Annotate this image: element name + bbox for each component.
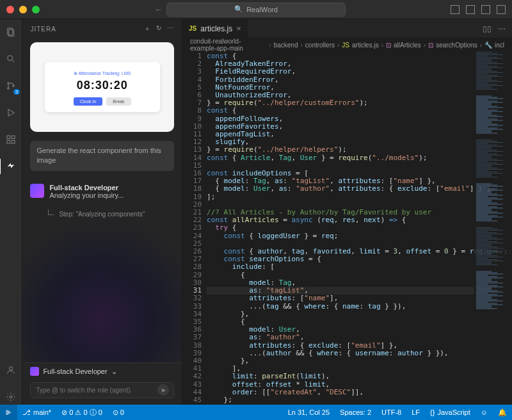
- window-controls: [6, 6, 40, 13]
- source-control-icon[interactable]: 3: [3, 78, 19, 93]
- layout-custom-icon[interactable]: [497, 5, 506, 14]
- new-chat-icon[interactable]: ＋: [144, 24, 151, 33]
- search-icon: 🔍: [234, 5, 243, 13]
- sidebar-header: JITERA ＋ ↻ ⋯: [22, 19, 182, 38]
- chat-input[interactable]: [30, 382, 174, 398]
- chevron-down-icon: ⌄: [111, 368, 117, 376]
- code-editor[interactable]: 1234567891011121314151617181920212223242…: [182, 51, 512, 405]
- svg-rect-9: [12, 136, 15, 139]
- close-tab-icon[interactable]: ×: [236, 24, 241, 33]
- preview-time: 08:30:20: [51, 79, 154, 92]
- line-gutter: 1234567891011121314151617181920212223242…: [182, 51, 207, 405]
- svg-point-6: [13, 85, 15, 87]
- remote-indicator[interactable]: ⫸: [0, 405, 17, 420]
- more-icon[interactable]: ⋯: [167, 24, 174, 33]
- svg-point-13: [10, 396, 12, 398]
- layout-controls: [451, 5, 506, 14]
- svg-marker-7: [8, 109, 14, 117]
- settings-gear-icon[interactable]: [3, 389, 19, 405]
- split-editor-icon[interactable]: ▯▯: [483, 24, 492, 33]
- svg-point-2: [8, 56, 13, 61]
- nav-back-icon[interactable]: ←: [155, 5, 163, 14]
- editor-area: JS articles.js × ▯▯ ⋯ conduit-realworld-…: [182, 19, 512, 405]
- jitera-extension-icon[interactable]: [3, 159, 19, 174]
- minimize-window-icon[interactable]: [19, 6, 27, 13]
- svg-rect-11: [12, 140, 15, 143]
- user-prompt-message: Generate the react component from this i…: [30, 141, 174, 171]
- titlebar: ← → 🔍 RealWord: [0, 0, 512, 19]
- statusbar: ⫸ ⎇ main* ⊘ 0 ⚠ 0 ⓘ 0 ⊙ 0 Ln 31, Col 25 …: [0, 405, 512, 420]
- role-avatar-icon: [30, 367, 39, 376]
- feedback-icon[interactable]: ☺: [476, 408, 493, 416]
- command-center-search[interactable]: 🔍 RealWord: [166, 3, 346, 17]
- minimap[interactable]: [474, 51, 512, 405]
- svg-point-4: [8, 83, 10, 85]
- agent-step: Step: "Analyzing components": [48, 211, 174, 218]
- language-mode[interactable]: {} JavaScript: [425, 408, 476, 416]
- chat-bottom: Full-stack Developer ⌄ ➤: [22, 362, 182, 405]
- agent-avatar-icon: [30, 184, 44, 198]
- tab-more-icon[interactable]: ⋯: [498, 24, 506, 33]
- sidebar-title: JITERA: [30, 26, 56, 33]
- svg-rect-8: [7, 136, 10, 139]
- main-content: 3 JITERA ＋ ↻ ⋯ ⊕ Attendance Tracking: LM…: [0, 19, 512, 405]
- ports-indicator[interactable]: ⊙ 0: [108, 405, 129, 420]
- preview-break-button: Break: [106, 97, 131, 106]
- cursor-position[interactable]: Ln 31, Col 25: [283, 408, 335, 416]
- run-debug-icon[interactable]: [3, 105, 19, 120]
- code-content[interactable]: const { AlreadyTakenError, FieldRequired…: [207, 51, 512, 405]
- breadcrumb[interactable]: conduit-realworld-example-app-main› back…: [182, 38, 512, 51]
- explorer-icon[interactable]: [3, 24, 19, 40]
- preview-inner: ⊕ Attendance Tracking: LMS 08:30:20 Cloc…: [45, 62, 160, 112]
- image-preview-card: ⊕ Attendance Tracking: LMS 08:30:20 Cloc…: [30, 42, 174, 132]
- accounts-icon[interactable]: [3, 362, 19, 378]
- problems-indicator[interactable]: ⊘ 0 ⚠ 0 ⓘ 0: [56, 405, 108, 420]
- agent-name: Full-stack Developer: [49, 184, 124, 191]
- encoding-indicator[interactable]: UTF-8: [376, 408, 406, 416]
- preview-label: ⊕ Attendance Tracking: LMS: [51, 71, 154, 76]
- extensions-icon[interactable]: [3, 132, 19, 147]
- svg-point-12: [10, 367, 13, 370]
- tab-articles-js[interactable]: JS articles.js ×: [182, 19, 248, 38]
- history-icon[interactable]: ↻: [156, 24, 162, 33]
- eol-indicator[interactable]: LF: [406, 408, 425, 416]
- layout-primary-icon[interactable]: [451, 5, 460, 14]
- svg-line-3: [12, 60, 14, 62]
- jitera-sidebar: JITERA ＋ ↻ ⋯ ⊕ Attendance Tracking: LMS …: [22, 19, 182, 405]
- agent-response-block: Full-stack Developer Analyzing your inqu…: [30, 184, 174, 199]
- svg-point-5: [8, 88, 10, 90]
- close-window-icon[interactable]: [6, 6, 14, 13]
- maximize-window-icon[interactable]: [32, 6, 40, 13]
- layout-panel-icon[interactable]: [466, 5, 475, 14]
- search-icon[interactable]: [3, 51, 19, 67]
- role-selector[interactable]: Full-stack Developer ⌄: [22, 363, 182, 380]
- agent-status: Analyzing your inquiry...: [49, 191, 124, 199]
- notifications-icon[interactable]: 🔔: [493, 408, 512, 417]
- sidebar-fill: [22, 218, 182, 362]
- preview-clock-in-button: Clock In: [74, 97, 102, 106]
- js-file-icon: JS: [189, 25, 196, 32]
- svg-rect-10: [7, 140, 10, 143]
- branch-indicator[interactable]: ⎇ main*: [17, 405, 56, 420]
- tab-label: articles.js: [200, 24, 232, 33]
- activity-bar: 3: [0, 19, 22, 405]
- layout-secondary-icon[interactable]: [481, 5, 490, 14]
- indentation-indicator[interactable]: Spaces: 2: [335, 408, 376, 416]
- search-text: RealWord: [246, 6, 278, 13]
- role-label: Full-stack Developer: [43, 368, 107, 375]
- editor-tabs: JS articles.js × ▯▯ ⋯: [182, 19, 512, 38]
- send-button[interactable]: ➤: [157, 384, 169, 396]
